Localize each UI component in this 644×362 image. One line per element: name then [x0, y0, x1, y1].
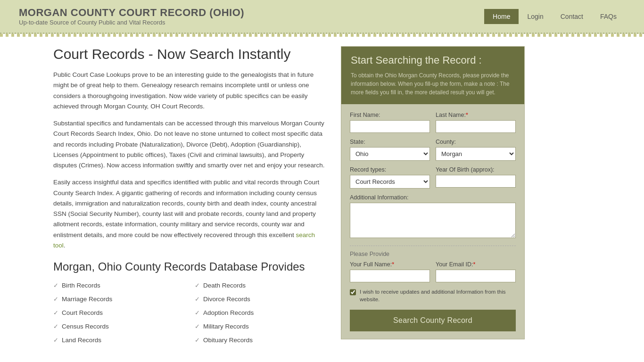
year-birth-group: Year Of Birth (approx):	[436, 166, 516, 189]
year-birth-label: Year Of Birth (approx):	[436, 166, 516, 173]
list-item: ✓ Census Records	[53, 321, 185, 332]
additional-info-row: Additional Information:	[350, 194, 516, 240]
record-label: Death Records	[203, 282, 246, 289]
page-heading: Court Records - Now Search Instantly	[53, 46, 327, 62]
list-item: ✓ Military Records	[195, 321, 327, 332]
record-type-group: Record types: Court Records Birth Record…	[350, 166, 430, 189]
header-separator	[0, 34, 644, 37]
content-para-3: Easily access insightful data and specif…	[53, 177, 327, 251]
site-subtitle: Up-to-date Source of County Public and V…	[19, 19, 244, 26]
records-list: ✓ Birth Records ✓ Death Records ✓ Marria…	[53, 280, 327, 346]
newsletter-checkbox-row: I wish to receive updates and additional…	[350, 288, 516, 303]
content-para-1: Public Court Case Lookups prove to be an…	[53, 70, 327, 112]
last-name-input[interactable]	[436, 120, 516, 133]
full-name-input[interactable]	[350, 270, 430, 282]
fullname-email-row: Your Full Name:* Your Email ID:*	[350, 261, 516, 282]
additional-info-label: Additional Information:	[350, 194, 516, 201]
site-title: MORGAN COUNTY COURT RECORD (OHIO)	[19, 7, 244, 19]
form-header-title: Start Searching the Record :	[351, 54, 515, 66]
first-name-group: First Name:	[350, 112, 430, 133]
additional-info-textarea[interactable]	[350, 203, 516, 238]
record-type-select[interactable]: Court Records Birth Records Death Record…	[350, 175, 430, 189]
record-label: Court Records	[62, 309, 103, 316]
left-column: Court Records - Now Search Instantly Pub…	[53, 46, 327, 346]
please-provide-label: Please Provide	[350, 246, 516, 257]
email-input[interactable]	[436, 270, 516, 282]
record-label: Adoption Records	[203, 309, 254, 316]
list-item: ✓ Land Records	[53, 335, 185, 346]
check-icon: ✓	[53, 323, 58, 330]
last-name-label: Last Name:*	[436, 112, 516, 118]
check-icon: ✓	[195, 323, 200, 330]
list-item: ✓ Divorce Records	[195, 294, 327, 304]
record-label: Military Records	[203, 323, 249, 330]
additional-info-group: Additional Information:	[350, 194, 516, 240]
content-para-2: Substantial specifics and fundamentals c…	[53, 118, 327, 171]
record-label: Divorce Records	[203, 296, 250, 303]
first-name-label: First Name:	[350, 112, 430, 118]
main-nav: Home Login Contact FAQs	[484, 9, 625, 24]
list-item: ✓ Marriage Records	[53, 294, 185, 304]
record-label: Birth Records	[62, 282, 100, 289]
check-icon: ✓	[195, 296, 200, 303]
last-name-required: *	[466, 112, 468, 118]
list-item: ✓ Adoption Records	[195, 307, 327, 318]
email-group: Your Email ID:*	[436, 261, 516, 282]
last-name-group: Last Name:*	[436, 112, 516, 133]
nav-login[interactable]: Login	[519, 9, 552, 24]
first-name-input[interactable]	[350, 120, 430, 133]
record-label: Marriage Records	[62, 296, 112, 303]
recordtype-year-row: Record types: Court Records Birth Record…	[350, 166, 516, 189]
form-body: First Name: Last Name:* State: Ohio A	[341, 104, 524, 339]
full-name-group: Your Full Name:*	[350, 261, 430, 282]
state-county-row: State: Ohio Alabama Alaska Arizona Count…	[350, 139, 516, 161]
full-name-label: Your Full Name:*	[350, 261, 430, 268]
search-tool-link[interactable]: search tool	[53, 231, 315, 249]
county-select[interactable]: Morgan Adams Allen	[436, 147, 516, 161]
year-birth-input[interactable]	[436, 175, 516, 188]
main-layout: Court Records - Now Search Instantly Pub…	[44, 46, 600, 346]
list-item: ✓ Obituary Records	[195, 335, 327, 346]
full-name-required: *	[392, 261, 394, 268]
email-required: *	[473, 261, 475, 268]
newsletter-checkbox[interactable]	[350, 289, 356, 296]
state-select[interactable]: Ohio Alabama Alaska Arizona	[350, 147, 430, 161]
check-icon: ✓	[53, 282, 58, 289]
right-column: Start Searching the Record : To obtain t…	[341, 46, 525, 346]
header-branding: MORGAN COUNTY COURT RECORD (OHIO) Up-to-…	[19, 7, 244, 26]
record-label: Obituary Records	[203, 337, 253, 344]
check-icon: ✓	[195, 309, 200, 316]
nav-contact[interactable]: Contact	[552, 9, 592, 24]
county-group: County: Morgan Adams Allen	[436, 139, 516, 161]
name-row: First Name: Last Name:*	[350, 112, 516, 133]
list-item: ✓ Court Records	[53, 307, 185, 318]
record-label: Land Records	[62, 337, 101, 344]
record-label: Census Records	[62, 323, 109, 330]
check-icon: ✓	[195, 282, 200, 289]
site-header: MORGAN COUNTY COURT RECORD (OHIO) Up-to-…	[0, 0, 644, 34]
list-item: ✓ Death Records	[195, 280, 327, 291]
nav-faqs[interactable]: FAQs	[592, 9, 625, 24]
check-icon: ✓	[53, 309, 58, 316]
state-group: State: Ohio Alabama Alaska Arizona	[350, 139, 430, 161]
check-icon: ✓	[53, 296, 58, 303]
checkbox-label: I wish to receive updates and additional…	[360, 288, 516, 303]
check-icon: ✓	[53, 337, 58, 344]
county-label: County:	[436, 139, 516, 145]
record-types-label: Record types:	[350, 166, 430, 173]
email-label: Your Email ID:*	[436, 261, 516, 268]
search-form-panel: Start Searching the Record : To obtain t…	[341, 46, 525, 339]
nav-home[interactable]: Home	[484, 9, 519, 24]
form-header: Start Searching the Record : To obtain t…	[341, 47, 524, 104]
list-item: ✓ Birth Records	[53, 280, 185, 291]
check-icon: ✓	[195, 337, 200, 344]
search-county-record-button[interactable]: Search County Record	[350, 310, 516, 331]
records-section-heading: Morgan, Ohio County Records Database Pro…	[53, 260, 327, 273]
state-label: State:	[350, 139, 430, 145]
form-header-desc: To obtain the Ohio Morgan County Records…	[351, 71, 515, 97]
